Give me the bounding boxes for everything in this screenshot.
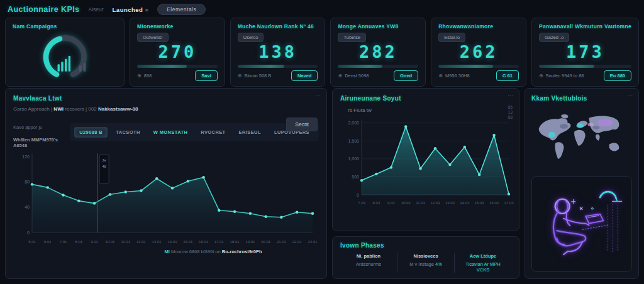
- svg-text:20.01: 20.01: [261, 240, 271, 244]
- kpi-card-button[interactable]: Oned: [394, 70, 418, 81]
- svg-text:19.01: 19.01: [245, 240, 255, 244]
- svg-text:18.01: 18.01: [230, 240, 240, 244]
- topbar-meta: Aiseur: [88, 6, 103, 13]
- panel-menu-icon[interactable]: ⋯: [627, 92, 633, 99]
- kpi-card-chip: Outwebs!: [137, 33, 169, 42]
- svg-text:17.03: 17.03: [504, 201, 514, 205]
- svg-text:46: 46: [103, 165, 106, 168]
- svg-text:10.03: 10.03: [401, 201, 411, 205]
- svg-text:0: 0: [357, 193, 359, 197]
- svg-text:13.03: 13.03: [445, 201, 455, 205]
- kpi-card-title: Mionenworke: [137, 23, 218, 30]
- orb-icon: ⊕: [539, 73, 543, 79]
- side-label-2: Wh6len MMPM970's A6548: [13, 137, 70, 148]
- svg-text:1,000: 1,000: [348, 156, 359, 161]
- kpi-progress-bar: [238, 65, 318, 68]
- chart-footnote: MI Moorow 6868 b0t90t on Bo-rochrost9r0P…: [13, 249, 319, 254]
- svg-text:15.01: 15.01: [183, 240, 193, 244]
- main-row: ⋯ Mavvlaaca Ltwt Garso Approach | NWI re…: [5, 88, 639, 279]
- illustration-card: [531, 176, 632, 272]
- svg-text:6.01: 6.01: [44, 240, 52, 244]
- dashboard-app: Auctionnaire KPIs Aiseur Launched≡ Eleme…: [0, 0, 644, 284]
- gauge-chart: [28, 30, 101, 81]
- range-tab-5[interactable]: ERISEUL: [234, 127, 266, 138]
- kpi-card-title: Monge Annuaves YW8: [338, 23, 418, 30]
- range-tabs: U29088 BTACSOTHW MONSTATHRVOCRETERISEULL…: [70, 123, 319, 141]
- range-tab-1[interactable]: U29088 B: [74, 127, 108, 138]
- kpi-card-button[interactable]: Savi: [195, 70, 217, 81]
- kpi-card-chip: Tubetse: [338, 33, 366, 42]
- phases-panel-title: Ivown Phases: [340, 242, 511, 249]
- world-map: [534, 107, 630, 172]
- kpi-progress-bar: [338, 65, 418, 68]
- kpi-progress-bar: [438, 65, 519, 68]
- kpi-card-title: Muche Naudown Rank Nº 46: [238, 23, 318, 30]
- kpi-card-footer: ⊕Bloom 508 B: [238, 73, 272, 79]
- kpi-card-button[interactable]: Eo 880: [604, 70, 631, 81]
- kpi-card-value: 270: [137, 43, 218, 60]
- svg-text:7.01: 7.01: [60, 240, 67, 244]
- svg-text:14.03: 14.03: [460, 201, 470, 205]
- gauge-card-title: Nam Campaigns: [13, 23, 117, 30]
- kpi-card-chip: Estar.io: [438, 33, 465, 42]
- kpi-card-footer: ⊕Snufec 9949 to 88: [539, 73, 584, 79]
- orb-icon: ⊕: [438, 73, 443, 79]
- kpi-card-2: MionenworkeOutwebs!270⊕898Savi: [130, 18, 225, 87]
- svg-text:16.03: 16.03: [489, 201, 499, 205]
- attribution-panel: ⋯ Airuneunane Soyut rb Flura tw 861388 2…: [332, 88, 519, 231]
- phase-column-1: Ni. pablionArdsshurms: [340, 253, 397, 273]
- svg-text:23.01: 23.01: [308, 240, 318, 244]
- svg-text:16.01: 16.01: [199, 240, 209, 244]
- kpi-card-chip: Userco: [238, 33, 264, 42]
- kpi-card-value: 282: [338, 43, 418, 60]
- svg-text:12.01: 12.01: [136, 240, 147, 244]
- range-tab-3[interactable]: W MONSTATH: [148, 127, 193, 138]
- attribution-corner-values: 861388: [508, 105, 513, 120]
- kpi-progress-bar: [539, 65, 631, 68]
- app-title: Auctionnaire KPIs: [8, 5, 79, 14]
- menu-icon[interactable]: ≡: [145, 7, 148, 13]
- attribution-panel-title: Airuneunane Soyut: [340, 95, 511, 102]
- worldwide-panel: ⋯ Kkam Vkettublois: [525, 88, 639, 279]
- kpi-card-3: Muche Naudown Rank Nº 46Userco138⊕Bloom …: [230, 18, 326, 87]
- kpi-card-value: 262: [438, 43, 519, 60]
- topbar: Auctionnaire KPIs Aiseur Launched≡ Eleme…: [5, 4, 639, 18]
- svg-text:40: 40: [25, 205, 30, 209]
- svg-text:9.03: 9.03: [387, 201, 395, 205]
- orb-icon: ⊕: [338, 73, 342, 79]
- svg-text:0: 0: [27, 231, 30, 235]
- svg-text:14.01: 14.01: [167, 240, 177, 244]
- trend-line-chart: 12080400Jw465.016.017.018.019.0110.0111.…: [13, 148, 319, 248]
- kpi-card-value: 173: [539, 43, 631, 60]
- attribution-panel-subtitle: rb Flura tw: [348, 107, 511, 113]
- phase-column-3: Acw LtdupeTicavian Ar MPH VCKS: [454, 253, 511, 273]
- range-tab-4[interactable]: RVOCRET: [196, 127, 230, 138]
- kpi-card-value: 138: [238, 43, 318, 60]
- kpi-card-footer: ⊕M956 30H8: [438, 73, 469, 79]
- kpi-card-button[interactable]: C 61: [496, 70, 519, 81]
- middle-column: ⋯ Airuneunane Soyut rb Flura tw 861388 2…: [332, 88, 519, 279]
- kpi-card-button[interactable]: Naved: [291, 70, 318, 81]
- svg-text:8.01: 8.01: [75, 240, 82, 244]
- svg-text:8.03: 8.03: [373, 201, 380, 205]
- svg-text:21.01: 21.01: [277, 240, 287, 244]
- svg-text:15.03: 15.03: [475, 201, 485, 205]
- worldwide-panel-title: Kkam Vkettublois: [531, 95, 632, 102]
- attribution-area-chart: 2,0001,5001,00050007.038.039.0310.0311.0…: [340, 113, 514, 209]
- secnt-button[interactable]: Secnt: [286, 117, 318, 131]
- svg-text:9.01: 9.01: [91, 240, 98, 244]
- svg-text:1,500: 1,500: [348, 139, 359, 143]
- trend-panel: ⋯ Mavvlaaca Ltwt Garso Approach | NWI re…: [5, 88, 327, 279]
- range-tab-2[interactable]: TACSOTH: [111, 127, 145, 138]
- kpi-card-title: Panwanavall Wkmuturn Vautomne: [539, 23, 631, 30]
- svg-text:11.01: 11.01: [121, 240, 130, 244]
- chart-side-labels: Kavo appor ju Wh6len MMPM970's A6548: [13, 123, 70, 148]
- panel-menu-icon[interactable]: ⋯: [315, 92, 321, 99]
- orb-icon: ⊕: [238, 73, 242, 79]
- kpi-card-6: Panwanavall Wkmuturn VautomneGazed .o173…: [531, 18, 639, 87]
- phases-columns: Ni. pablionArdsshurmsNissiovecsM v Insta…: [340, 253, 511, 273]
- svg-text:500: 500: [352, 175, 359, 179]
- elementals-button[interactable]: Elementals: [157, 4, 206, 15]
- panel-menu-icon[interactable]: ⋯: [508, 92, 513, 99]
- svg-text:7.03: 7.03: [358, 201, 365, 205]
